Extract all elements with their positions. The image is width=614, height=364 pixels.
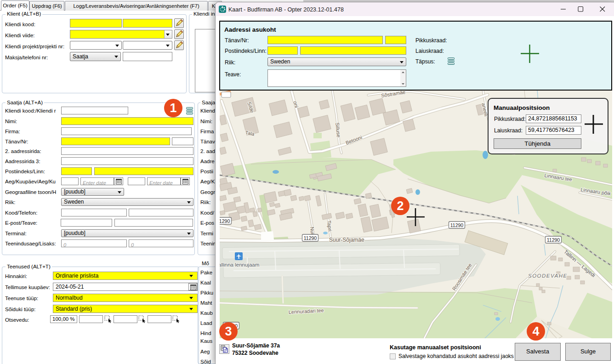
- svg-text:11290: 11290: [450, 222, 464, 228]
- svg-text:SOODEVAHE: SOODEVAHE: [528, 273, 568, 279]
- svg-text:Tapri: Tapri: [326, 220, 333, 232]
- svg-text:11290: 11290: [304, 235, 317, 241]
- svg-text:11290: 11290: [220, 218, 230, 224]
- svg-text:Suur-Sõjamäe: Suur-Sõjamäe: [329, 237, 364, 243]
- svg-text:11290: 11290: [547, 237, 560, 243]
- svg-text:Tallinna lennujaam: Tallinna lennujaam: [220, 262, 259, 267]
